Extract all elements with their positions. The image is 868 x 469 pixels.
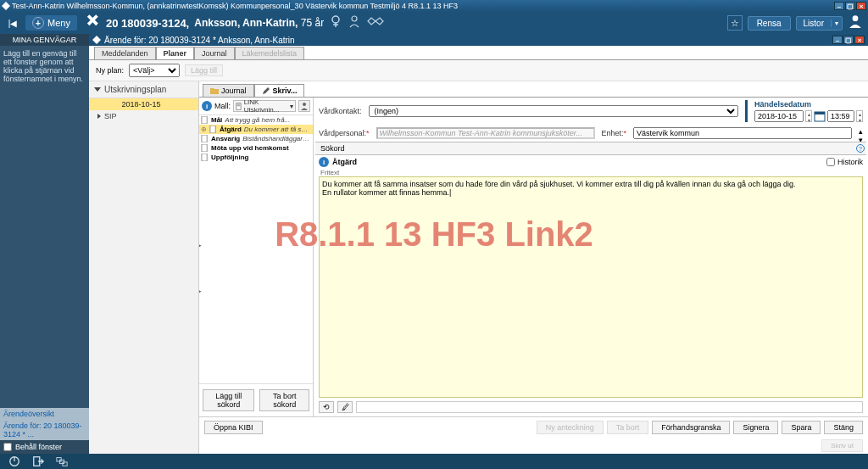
enhet-label: Enhet: (602, 129, 627, 137)
open-kibi-button[interactable]: Öppna KIBI (204, 421, 263, 434)
doc-icon (201, 135, 209, 142)
pencil-icon (262, 87, 270, 95)
person-icon[interactable] (348, 14, 361, 31)
window-close[interactable]: × (856, 2, 866, 10)
mall-dropdown[interactable]: LINK Utskrivnin... ▾ (233, 100, 296, 112)
link-button[interactable]: ⟲ (319, 401, 334, 413)
spinner-icon[interactable]: ▴▾ (859, 127, 863, 139)
remove-sokord-button[interactable]: Ta bort sökord (259, 389, 309, 411)
historik-checkbox[interactable] (826, 158, 835, 166)
svg-rect-9 (202, 116, 207, 124)
main-tabs: Meddelanden Planer Journal Läkemedelslis… (89, 46, 868, 59)
splitter-handle[interactable]: ▸ (199, 239, 203, 251)
splitter-handle[interactable]: ▸ (199, 285, 203, 297)
window-minimize[interactable]: – (834, 2, 844, 10)
svg-point-3 (352, 16, 357, 21)
panel-footer: Öppna KIBI Ny anteckning Ta bort Förhand… (199, 416, 868, 438)
goal-item-mal[interactable]: Mål Att trygg gå hem frå... (199, 115, 313, 125)
historik-toggle[interactable]: Historik (826, 158, 863, 166)
tab-skriv[interactable]: Skriv... (254, 84, 305, 97)
ta-bort-button: Ta bort (607, 421, 649, 434)
mall-person-button[interactable] (298, 100, 310, 112)
ny-plan-add-button: Lägg till (185, 64, 223, 76)
goal-item-ansvarig[interactable]: Ansvarig Biståndshandläggare ... (199, 134, 313, 143)
app-icon (2, 2, 10, 10)
shortcuts-hint: Lägg till en genväg till ett fönster gen… (0, 46, 89, 90)
chevron-down-icon: ▾ (831, 20, 842, 27)
vardpersonal-input (376, 127, 595, 139)
goal-item-mota[interactable]: Möta upp vid hemkomst (199, 143, 313, 153)
handelsedatum-label: Händelsedatum (754, 100, 863, 109)
fritext-label: Fritext (314, 169, 868, 176)
atgard-label: Åtgärd (332, 158, 357, 166)
plan-tree: Utskrivningsplan 2018-10-15 SIP (89, 81, 199, 454)
footer-input[interactable] (356, 401, 863, 413)
rensa-button[interactable]: Rensa (748, 16, 791, 31)
svg-point-4 (853, 15, 859, 21)
attach-button[interactable]: 🖉 (337, 401, 353, 413)
tree-header[interactable]: Utskrivningsplan (89, 81, 198, 98)
panel-minimize[interactable]: – (832, 36, 843, 44)
window-titlebar: Test-Ann-Katrin Wilhelmsson-Kommun, (ann… (0, 0, 868, 12)
doc-icon (201, 154, 209, 161)
tab-journal-inner[interactable]: Journal (203, 84, 254, 97)
doc-icon (209, 126, 217, 133)
ny-plan-row: Ny plan: <Välj> Lägg till (89, 60, 868, 81)
svg-rect-11 (202, 135, 207, 142)
arendeoversikt-link[interactable]: Ärendeöversikt (0, 408, 89, 420)
spara-button[interactable]: Spara (782, 421, 821, 434)
arende-link[interactable]: Ärende för: 20 180039-3124 * ... (0, 420, 89, 440)
tree-date[interactable]: 2018-10-15 (89, 98, 198, 110)
panel-close[interactable]: × (854, 36, 865, 44)
user-icon[interactable] (848, 14, 863, 32)
add-sokord-button[interactable]: Lägg till sökord (203, 389, 254, 411)
arende-icon (92, 36, 101, 44)
tab-meddelanden[interactable]: Meddelanden (94, 47, 156, 59)
signera-button[interactable]: Signera (733, 421, 778, 434)
keep-window-toggle[interactable]: Behåll fönster (0, 440, 89, 454)
keep-window-checkbox[interactable] (3, 443, 12, 451)
spinner-icon[interactable]: ▴▾ (805, 110, 812, 122)
star-button[interactable]: ☆ (727, 15, 743, 31)
handelse-date-input[interactable] (754, 110, 804, 122)
spinner-icon[interactable]: ▴▾ (856, 110, 863, 122)
power-icon[interactable] (7, 455, 22, 467)
listor-dropdown[interactable]: Listor ▾ (796, 16, 843, 31)
svg-rect-13 (202, 154, 207, 161)
sokord-header: Sökord ? (315, 142, 866, 155)
handelse-time-input[interactable] (827, 110, 854, 122)
tree-sip[interactable]: SIP (89, 110, 198, 122)
shortcuts-links: Ärendeöversikt Ärende för: 20 180039-312… (0, 408, 89, 440)
notes-panel: Vårdkontakt: (Ingen) Händelsedatum ▴▾ ▴▾ (314, 98, 868, 416)
handshake-icon[interactable] (366, 14, 385, 31)
info-icon[interactable]: i (319, 157, 329, 167)
stang-button[interactable]: Stäng (824, 421, 863, 434)
logout-icon[interactable] (31, 455, 46, 467)
tab-planer[interactable]: Planer (156, 47, 195, 59)
windows-icon[interactable] (54, 455, 70, 467)
nav-back-icon[interactable]: |◀ (5, 15, 20, 31)
svg-point-0 (332, 16, 339, 23)
enhet-input[interactable] (633, 127, 852, 139)
doc-icon (201, 144, 209, 152)
patient-id: 20 180039-3124, (106, 17, 189, 30)
doc-icon (201, 116, 209, 124)
tab-journal[interactable]: Journal (194, 47, 235, 59)
panel-maximize[interactable]: ▢ (843, 36, 854, 44)
gender-icon (329, 14, 342, 31)
arende-title: Ärende för: 20 180039-3124 * Anksson, An… (104, 36, 295, 45)
svg-rect-15 (815, 112, 825, 114)
goal-item-atgard[interactable]: ⊕ Åtgärd Du kommer att få sam... (199, 125, 313, 134)
forhandsgranska-button[interactable]: Förhandsgranska (652, 421, 730, 434)
expand-icon: ⊕ (201, 126, 207, 133)
calendar-icon[interactable] (814, 110, 826, 122)
goal-item-uppfoljning[interactable]: Uppföljning (199, 153, 313, 162)
info-icon[interactable]: i (202, 101, 212, 111)
help-icon[interactable]: ? (856, 144, 865, 153)
journal-tabs: Journal Skriv... (199, 81, 868, 98)
menu-button[interactable]: + Meny (25, 15, 77, 31)
vardkontakt-select[interactable]: (Ingen) (369, 105, 738, 117)
window-maximize[interactable]: ▢ (845, 2, 855, 10)
fritext-textarea[interactable] (319, 176, 863, 398)
ny-plan-select[interactable]: <Välj> (129, 64, 180, 77)
